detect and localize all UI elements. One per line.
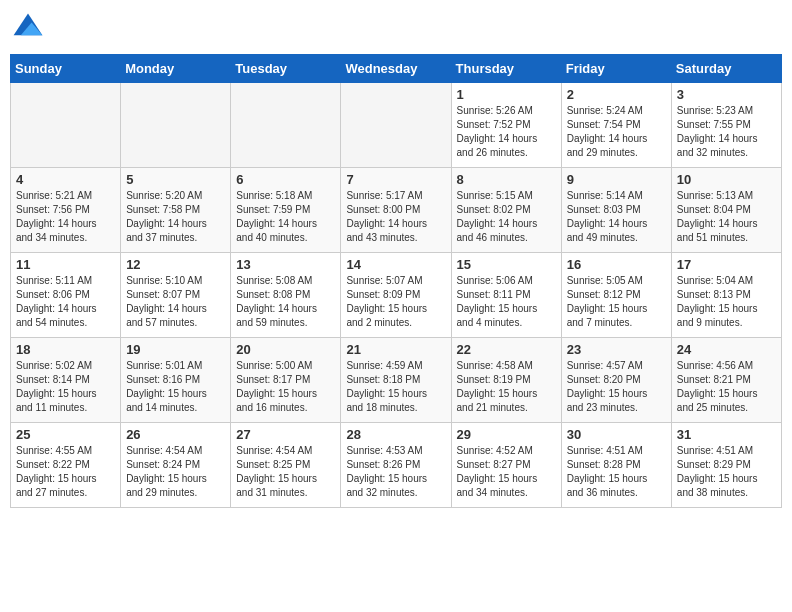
calendar-cell: 4Sunrise: 5:21 AM Sunset: 7:56 PM Daylig… bbox=[11, 168, 121, 253]
calendar-cell: 10Sunrise: 5:13 AM Sunset: 8:04 PM Dayli… bbox=[671, 168, 781, 253]
header-cell-wednesday: Wednesday bbox=[341, 55, 451, 83]
calendar-cell: 11Sunrise: 5:11 AM Sunset: 8:06 PM Dayli… bbox=[11, 253, 121, 338]
day-number: 13 bbox=[236, 257, 335, 272]
calendar-cell: 13Sunrise: 5:08 AM Sunset: 8:08 PM Dayli… bbox=[231, 253, 341, 338]
day-info: Sunrise: 4:59 AM Sunset: 8:18 PM Dayligh… bbox=[346, 359, 445, 415]
calendar-cell: 27Sunrise: 4:54 AM Sunset: 8:25 PM Dayli… bbox=[231, 423, 341, 508]
day-number: 19 bbox=[126, 342, 225, 357]
calendar-cell: 26Sunrise: 4:54 AM Sunset: 8:24 PM Dayli… bbox=[121, 423, 231, 508]
day-number: 10 bbox=[677, 172, 776, 187]
day-info: Sunrise: 5:05 AM Sunset: 8:12 PM Dayligh… bbox=[567, 274, 666, 330]
day-number: 23 bbox=[567, 342, 666, 357]
header-cell-monday: Monday bbox=[121, 55, 231, 83]
day-info: Sunrise: 4:57 AM Sunset: 8:20 PM Dayligh… bbox=[567, 359, 666, 415]
week-row-4: 18Sunrise: 5:02 AM Sunset: 8:14 PM Dayli… bbox=[11, 338, 782, 423]
calendar-cell: 25Sunrise: 4:55 AM Sunset: 8:22 PM Dayli… bbox=[11, 423, 121, 508]
header-cell-thursday: Thursday bbox=[451, 55, 561, 83]
week-row-1: 1Sunrise: 5:26 AM Sunset: 7:52 PM Daylig… bbox=[11, 83, 782, 168]
day-info: Sunrise: 5:04 AM Sunset: 8:13 PM Dayligh… bbox=[677, 274, 776, 330]
calendar-header: SundayMondayTuesdayWednesdayThursdayFrid… bbox=[11, 55, 782, 83]
header-cell-friday: Friday bbox=[561, 55, 671, 83]
day-info: Sunrise: 5:20 AM Sunset: 7:58 PM Dayligh… bbox=[126, 189, 225, 245]
logo bbox=[10, 10, 50, 46]
day-info: Sunrise: 5:08 AM Sunset: 8:08 PM Dayligh… bbox=[236, 274, 335, 330]
day-info: Sunrise: 5:02 AM Sunset: 8:14 PM Dayligh… bbox=[16, 359, 115, 415]
calendar-cell: 19Sunrise: 5:01 AM Sunset: 8:16 PM Dayli… bbox=[121, 338, 231, 423]
calendar-cell: 18Sunrise: 5:02 AM Sunset: 8:14 PM Dayli… bbox=[11, 338, 121, 423]
day-number: 2 bbox=[567, 87, 666, 102]
day-number: 12 bbox=[126, 257, 225, 272]
calendar-cell: 14Sunrise: 5:07 AM Sunset: 8:09 PM Dayli… bbox=[341, 253, 451, 338]
calendar-cell: 8Sunrise: 5:15 AM Sunset: 8:02 PM Daylig… bbox=[451, 168, 561, 253]
day-number: 14 bbox=[346, 257, 445, 272]
week-row-2: 4Sunrise: 5:21 AM Sunset: 7:56 PM Daylig… bbox=[11, 168, 782, 253]
calendar-cell: 30Sunrise: 4:51 AM Sunset: 8:28 PM Dayli… bbox=[561, 423, 671, 508]
calendar-cell: 22Sunrise: 4:58 AM Sunset: 8:19 PM Dayli… bbox=[451, 338, 561, 423]
week-row-3: 11Sunrise: 5:11 AM Sunset: 8:06 PM Dayli… bbox=[11, 253, 782, 338]
calendar-cell: 9Sunrise: 5:14 AM Sunset: 8:03 PM Daylig… bbox=[561, 168, 671, 253]
day-number: 15 bbox=[457, 257, 556, 272]
calendar-cell: 23Sunrise: 4:57 AM Sunset: 8:20 PM Dayli… bbox=[561, 338, 671, 423]
header-row: SundayMondayTuesdayWednesdayThursdayFrid… bbox=[11, 55, 782, 83]
header-cell-sunday: Sunday bbox=[11, 55, 121, 83]
calendar-table: SundayMondayTuesdayWednesdayThursdayFrid… bbox=[10, 54, 782, 508]
day-number: 29 bbox=[457, 427, 556, 442]
day-number: 24 bbox=[677, 342, 776, 357]
calendar-cell: 3Sunrise: 5:23 AM Sunset: 7:55 PM Daylig… bbox=[671, 83, 781, 168]
day-info: Sunrise: 5:10 AM Sunset: 8:07 PM Dayligh… bbox=[126, 274, 225, 330]
calendar-cell bbox=[231, 83, 341, 168]
day-info: Sunrise: 4:51 AM Sunset: 8:29 PM Dayligh… bbox=[677, 444, 776, 500]
day-info: Sunrise: 5:14 AM Sunset: 8:03 PM Dayligh… bbox=[567, 189, 666, 245]
day-info: Sunrise: 4:51 AM Sunset: 8:28 PM Dayligh… bbox=[567, 444, 666, 500]
calendar-cell: 2Sunrise: 5:24 AM Sunset: 7:54 PM Daylig… bbox=[561, 83, 671, 168]
day-info: Sunrise: 4:54 AM Sunset: 8:25 PM Dayligh… bbox=[236, 444, 335, 500]
day-info: Sunrise: 5:15 AM Sunset: 8:02 PM Dayligh… bbox=[457, 189, 556, 245]
day-info: Sunrise: 5:18 AM Sunset: 7:59 PM Dayligh… bbox=[236, 189, 335, 245]
calendar-cell bbox=[341, 83, 451, 168]
calendar-cell: 12Sunrise: 5:10 AM Sunset: 8:07 PM Dayli… bbox=[121, 253, 231, 338]
day-number: 5 bbox=[126, 172, 225, 187]
day-info: Sunrise: 5:06 AM Sunset: 8:11 PM Dayligh… bbox=[457, 274, 556, 330]
day-info: Sunrise: 4:56 AM Sunset: 8:21 PM Dayligh… bbox=[677, 359, 776, 415]
day-number: 8 bbox=[457, 172, 556, 187]
day-info: Sunrise: 5:13 AM Sunset: 8:04 PM Dayligh… bbox=[677, 189, 776, 245]
day-number: 6 bbox=[236, 172, 335, 187]
day-info: Sunrise: 5:26 AM Sunset: 7:52 PM Dayligh… bbox=[457, 104, 556, 160]
calendar-cell: 5Sunrise: 5:20 AM Sunset: 7:58 PM Daylig… bbox=[121, 168, 231, 253]
calendar-cell: 31Sunrise: 4:51 AM Sunset: 8:29 PM Dayli… bbox=[671, 423, 781, 508]
logo-icon bbox=[10, 10, 46, 46]
calendar-body: 1Sunrise: 5:26 AM Sunset: 7:52 PM Daylig… bbox=[11, 83, 782, 508]
calendar-cell: 7Sunrise: 5:17 AM Sunset: 8:00 PM Daylig… bbox=[341, 168, 451, 253]
day-info: Sunrise: 5:11 AM Sunset: 8:06 PM Dayligh… bbox=[16, 274, 115, 330]
day-number: 9 bbox=[567, 172, 666, 187]
day-info: Sunrise: 5:23 AM Sunset: 7:55 PM Dayligh… bbox=[677, 104, 776, 160]
day-info: Sunrise: 4:52 AM Sunset: 8:27 PM Dayligh… bbox=[457, 444, 556, 500]
page-header bbox=[10, 10, 782, 46]
day-number: 4 bbox=[16, 172, 115, 187]
day-info: Sunrise: 4:55 AM Sunset: 8:22 PM Dayligh… bbox=[16, 444, 115, 500]
day-info: Sunrise: 5:07 AM Sunset: 8:09 PM Dayligh… bbox=[346, 274, 445, 330]
day-number: 1 bbox=[457, 87, 556, 102]
calendar-cell: 16Sunrise: 5:05 AM Sunset: 8:12 PM Dayli… bbox=[561, 253, 671, 338]
calendar-cell: 24Sunrise: 4:56 AM Sunset: 8:21 PM Dayli… bbox=[671, 338, 781, 423]
day-number: 20 bbox=[236, 342, 335, 357]
header-cell-tuesday: Tuesday bbox=[231, 55, 341, 83]
day-number: 17 bbox=[677, 257, 776, 272]
day-number: 11 bbox=[16, 257, 115, 272]
calendar-cell: 15Sunrise: 5:06 AM Sunset: 8:11 PM Dayli… bbox=[451, 253, 561, 338]
calendar-cell bbox=[11, 83, 121, 168]
day-info: Sunrise: 5:01 AM Sunset: 8:16 PM Dayligh… bbox=[126, 359, 225, 415]
day-info: Sunrise: 4:54 AM Sunset: 8:24 PM Dayligh… bbox=[126, 444, 225, 500]
calendar-cell: 21Sunrise: 4:59 AM Sunset: 8:18 PM Dayli… bbox=[341, 338, 451, 423]
day-info: Sunrise: 5:21 AM Sunset: 7:56 PM Dayligh… bbox=[16, 189, 115, 245]
day-info: Sunrise: 4:58 AM Sunset: 8:19 PM Dayligh… bbox=[457, 359, 556, 415]
calendar-cell: 1Sunrise: 5:26 AM Sunset: 7:52 PM Daylig… bbox=[451, 83, 561, 168]
day-number: 3 bbox=[677, 87, 776, 102]
day-number: 28 bbox=[346, 427, 445, 442]
calendar-cell: 6Sunrise: 5:18 AM Sunset: 7:59 PM Daylig… bbox=[231, 168, 341, 253]
day-number: 30 bbox=[567, 427, 666, 442]
day-number: 16 bbox=[567, 257, 666, 272]
day-number: 27 bbox=[236, 427, 335, 442]
day-info: Sunrise: 5:17 AM Sunset: 8:00 PM Dayligh… bbox=[346, 189, 445, 245]
header-cell-saturday: Saturday bbox=[671, 55, 781, 83]
